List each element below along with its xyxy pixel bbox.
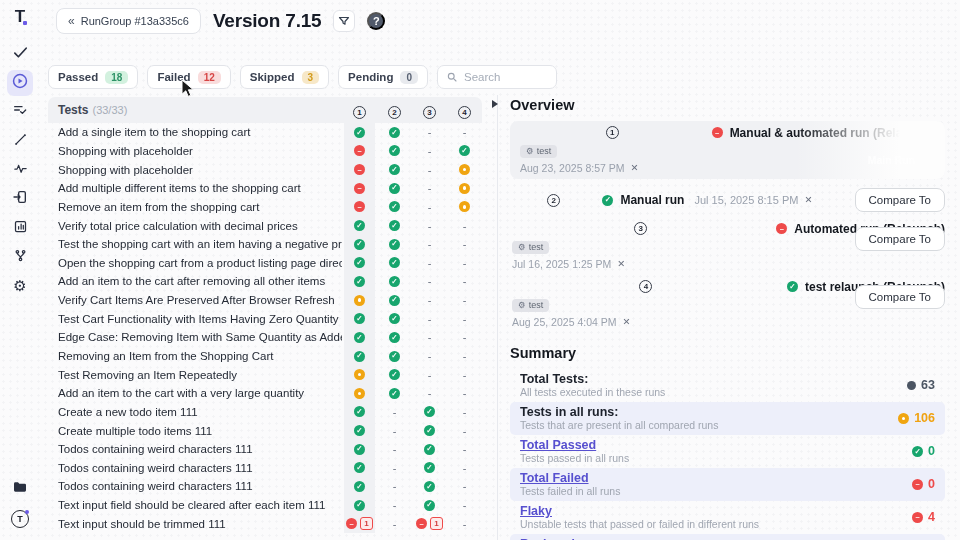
status-passed-icon: ✓ xyxy=(424,481,435,492)
status-none: - xyxy=(428,369,432,381)
table-row[interactable]: Create multiple todo items 111✓-✓- xyxy=(48,421,482,440)
filter-chip-passed[interactable]: Passed18 xyxy=(48,65,138,89)
compare-to-button[interactable]: Compare To xyxy=(855,188,945,212)
summary-row: Total PassedTests passed in all runs✓0 xyxy=(510,435,945,468)
filter-button[interactable] xyxy=(333,10,355,32)
status-passed-icon: ✓ xyxy=(912,446,923,457)
table-row[interactable]: Todos containing weird characters 111✓-✓… xyxy=(48,440,482,459)
status-cell: ✓ xyxy=(412,481,447,492)
panel-divider xyxy=(497,95,498,540)
sidebar-item-runs[interactable] xyxy=(7,70,33,96)
status-passed-icon: ✓ xyxy=(354,425,365,436)
column-header-1: 1 xyxy=(342,101,377,119)
status-cell: - xyxy=(447,126,482,138)
sidebar-item-reports[interactable] xyxy=(7,215,33,241)
status-cell: – xyxy=(342,183,377,194)
status-cell: ✓ xyxy=(412,425,447,436)
summary-list: Total Tests:All tests executed in these … xyxy=(510,369,945,540)
status-none: - xyxy=(428,220,432,232)
search-input[interactable] xyxy=(464,71,544,83)
status-none: - xyxy=(463,387,467,399)
sidebar-item-plans[interactable] xyxy=(7,99,33,125)
table-row[interactable]: Add multiple different items to the shop… xyxy=(48,179,482,198)
compare-to-button[interactable]: Compare To xyxy=(855,227,945,251)
run-item-main[interactable]: 1–Manual & automated run (Relaunch)⚙test… xyxy=(510,121,945,179)
status-passed-icon: ✓ xyxy=(389,332,400,343)
table-row[interactable]: Verify total price calculation with deci… xyxy=(48,216,482,235)
table-row[interactable]: Test the shopping cart with an item havi… xyxy=(48,235,482,254)
table-row[interactable]: Shopping with placeholder–✓-✓ xyxy=(48,142,482,161)
table-row[interactable]: Edge Case: Removing Item with Same Quant… xyxy=(48,328,482,347)
sidebar-item-import[interactable] xyxy=(7,186,33,212)
run-date-text: Aug 23, 2025 8:57 PM xyxy=(520,162,625,174)
status-cell: - xyxy=(447,275,482,287)
help-button[interactable]: ? xyxy=(367,12,385,30)
table-row[interactable]: Removing an Item from the Shopping Cart✓… xyxy=(48,347,482,366)
summary-link[interactable]: Total Passed xyxy=(520,438,629,452)
summary-link[interactable]: Revieved xyxy=(520,537,713,540)
table-row[interactable]: Todos containing weird characters 111✓-✓… xyxy=(48,459,482,478)
summary-value: 63 xyxy=(907,378,935,392)
status-passed-icon: ✓ xyxy=(354,313,365,324)
table-row[interactable]: Verify Cart Items Are Preserved After Br… xyxy=(48,291,482,310)
filter-chip-count: 3 xyxy=(302,71,320,84)
summary-link[interactable]: Total Failed xyxy=(520,471,620,485)
comment-badge[interactable]: 1 xyxy=(430,517,443,530)
compare-to-button[interactable]: Compare To xyxy=(855,285,945,309)
search-box[interactable] xyxy=(437,65,557,89)
status-cell: - xyxy=(412,238,447,250)
sidebar-item-tests[interactable] xyxy=(7,41,33,67)
run-item[interactable]: 4✓test relaunch (Relaunch)⚙testAug 25, 2… xyxy=(510,276,945,334)
status-cell: - xyxy=(412,313,447,325)
status-failed-icon: – xyxy=(354,145,365,156)
circled-number-icon: 1 xyxy=(353,106,366,119)
table-row[interactable]: Open the shopping cart from a product li… xyxy=(48,253,482,272)
run-item[interactable]: 2✓Manual runJul 15, 2025 8:15 PM✕Compare… xyxy=(510,186,945,218)
status-cell: ✓ xyxy=(377,145,412,156)
table-row[interactable]: Add an item to the cart after removing a… xyxy=(48,272,482,291)
filter-chip-pending[interactable]: Pending0 xyxy=(338,65,428,89)
status-cell: –1 xyxy=(342,517,377,530)
rungroup-back-button[interactable]: « RunGroup #13a335c6 xyxy=(56,8,201,34)
status-passed-icon: ✓ xyxy=(354,444,365,455)
sidebar-item-library[interactable] xyxy=(7,476,33,502)
status-cell: ✓ xyxy=(342,332,377,343)
close-icon[interactable]: ✕ xyxy=(617,259,625,269)
status-cell: ✓ xyxy=(342,406,377,417)
filter-chip-label: Pending xyxy=(348,71,393,83)
filter-chip-skipped[interactable]: Skipped3 xyxy=(240,65,329,89)
status-none: - xyxy=(428,145,432,157)
run-tag-label: test xyxy=(529,242,544,252)
sidebar-item-pulse[interactable] xyxy=(7,157,33,183)
sidebar-item-settings[interactable]: ⚙ xyxy=(7,273,33,299)
close-icon[interactable]: ✕ xyxy=(804,195,812,205)
table-row[interactable]: Remove an item from the shopping cart–✓- xyxy=(48,198,482,217)
sidebar-item-analytics[interactable] xyxy=(7,128,33,154)
status-none: - xyxy=(428,201,432,213)
filter-chip-failed[interactable]: Failed12 xyxy=(147,65,230,89)
table-row[interactable]: Add a single item to the shopping cart✓✓… xyxy=(48,123,482,142)
table-row[interactable]: Test Removing an Item Repeatedly✓-- xyxy=(48,365,482,384)
status-cell: ✓ xyxy=(412,462,447,473)
sidebar-item-branches[interactable] xyxy=(7,244,33,270)
status-cell: - xyxy=(412,220,447,232)
table-row[interactable]: Test Cart Functionality with Items Havin… xyxy=(48,309,482,328)
table-row[interactable]: Text input should be trimmed 111–1-–1- xyxy=(48,514,482,533)
table-row[interactable]: Add an item to the cart with a very larg… xyxy=(48,384,482,403)
panel-collapse-handle[interactable] xyxy=(492,100,498,108)
run-item[interactable]: 3–Automated run (Relaunch)⚙testJul 16, 2… xyxy=(510,218,945,276)
close-icon[interactable]: ✕ xyxy=(631,163,639,173)
sidebar-item-profile[interactable]: T xyxy=(7,506,33,532)
table-row[interactable]: Text input field should be cleared after… xyxy=(48,496,482,515)
status-cell: - xyxy=(377,518,412,530)
close-icon[interactable]: ✕ xyxy=(623,317,631,327)
table-row[interactable]: Create a new todo item 111✓-✓- xyxy=(48,403,482,422)
comment-badge[interactable]: 1 xyxy=(360,517,373,530)
test-name: Verify total price calculation with deci… xyxy=(48,220,342,232)
test-name: Edge Case: Removing Item with Same Quant… xyxy=(48,331,342,343)
table-row[interactable]: Shopping with placeholder–✓- xyxy=(48,160,482,179)
status-cell: ✓ xyxy=(377,276,412,287)
summary-link[interactable]: Flaky xyxy=(520,504,759,518)
status-passed-icon: ✓ xyxy=(354,406,365,417)
table-row[interactable]: Todos containing weird characters 111✓-✓… xyxy=(48,477,482,496)
